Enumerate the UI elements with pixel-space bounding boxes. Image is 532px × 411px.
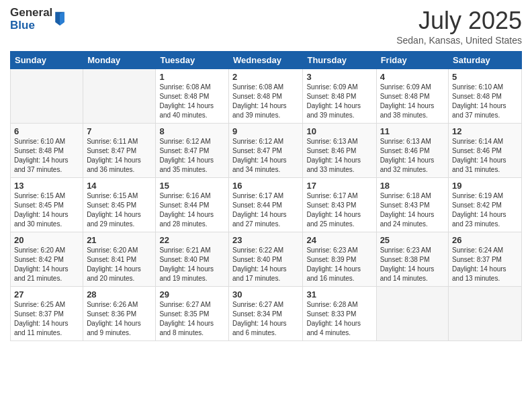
calendar-cell: 22Sunrise: 6:21 AM Sunset: 8:40 PM Dayli… <box>156 232 229 287</box>
day-info: Sunrise: 6:09 AM Sunset: 8:48 PM Dayligh… <box>380 83 445 120</box>
day-number: 14 <box>87 181 152 191</box>
day-number: 7 <box>87 126 152 136</box>
calendar-cell: 24Sunrise: 6:23 AM Sunset: 8:39 PM Dayli… <box>303 232 376 287</box>
day-info: Sunrise: 6:20 AM Sunset: 8:42 PM Dayligh… <box>14 246 79 283</box>
day-info: Sunrise: 6:27 AM Sunset: 8:35 PM Dayligh… <box>159 300 225 338</box>
calendar-week-2: 6Sunrise: 6:10 AM Sunset: 8:48 PM Daylig… <box>11 124 522 178</box>
day-number: 26 <box>452 235 518 245</box>
day-info: Sunrise: 6:11 AM Sunset: 8:47 PM Dayligh… <box>87 137 152 175</box>
day-info: Sunrise: 6:18 AM Sunset: 8:43 PM Dayligh… <box>380 191 445 229</box>
day-number: 16 <box>232 181 299 191</box>
day-number: 24 <box>306 235 372 245</box>
day-info: Sunrise: 6:20 AM Sunset: 8:41 PM Dayligh… <box>87 246 152 283</box>
calendar-cell <box>449 287 522 341</box>
calendar-week-1: 1Sunrise: 6:08 AM Sunset: 8:48 PM Daylig… <box>11 69 522 124</box>
calendar-cell: 28Sunrise: 6:26 AM Sunset: 8:36 PM Dayli… <box>83 287 156 341</box>
day-info: Sunrise: 6:24 AM Sunset: 8:37 PM Dayligh… <box>452 246 518 283</box>
day-info: Sunrise: 6:22 AM Sunset: 8:40 PM Dayligh… <box>232 246 299 283</box>
day-info: Sunrise: 6:13 AM Sunset: 8:46 PM Dayligh… <box>306 137 372 175</box>
calendar-cell: 29Sunrise: 6:27 AM Sunset: 8:35 PM Dayli… <box>156 287 229 341</box>
day-number: 17 <box>306 181 372 191</box>
calendar-cell: 5Sunrise: 6:10 AM Sunset: 8:48 PM Daylig… <box>449 69 522 124</box>
calendar-cell: 1Sunrise: 6:08 AM Sunset: 8:48 PM Daylig… <box>156 69 229 124</box>
header-monday: Monday <box>83 52 156 69</box>
day-info: Sunrise: 6:17 AM Sunset: 8:43 PM Dayligh… <box>306 191 372 229</box>
day-info: Sunrise: 6:16 AM Sunset: 8:44 PM Dayligh… <box>159 191 225 229</box>
calendar-cell: 7Sunrise: 6:11 AM Sunset: 8:47 PM Daylig… <box>83 124 156 178</box>
day-number: 9 <box>232 126 299 136</box>
location: Sedan, Kansas, United States <box>396 35 522 46</box>
calendar-cell: 20Sunrise: 6:20 AM Sunset: 8:42 PM Dayli… <box>11 232 83 287</box>
day-number: 23 <box>232 235 299 245</box>
calendar-cell: 4Sunrise: 6:09 AM Sunset: 8:48 PM Daylig… <box>376 69 448 124</box>
day-info: Sunrise: 6:25 AM Sunset: 8:37 PM Dayligh… <box>14 300 79 338</box>
day-info: Sunrise: 6:10 AM Sunset: 8:48 PM Dayligh… <box>452 83 518 120</box>
day-info: Sunrise: 6:14 AM Sunset: 8:46 PM Dayligh… <box>452 137 518 175</box>
calendar-week-4: 20Sunrise: 6:20 AM Sunset: 8:42 PM Dayli… <box>11 232 522 287</box>
calendar-cell: 10Sunrise: 6:13 AM Sunset: 8:46 PM Dayli… <box>303 124 376 178</box>
header-tuesday: Tuesday <box>156 52 229 69</box>
weekday-header-row: Sunday Monday Tuesday Wednesday Thursday… <box>11 52 522 69</box>
day-number: 19 <box>452 181 518 191</box>
header: General Blue July 2025 Sedan, Kansas, Un… <box>10 7 522 46</box>
day-number: 18 <box>380 181 445 191</box>
day-info: Sunrise: 6:09 AM Sunset: 8:48 PM Dayligh… <box>306 83 372 120</box>
day-info: Sunrise: 6:23 AM Sunset: 8:38 PM Dayligh… <box>380 246 445 283</box>
day-info: Sunrise: 6:10 AM Sunset: 8:48 PM Dayligh… <box>14 137 79 175</box>
logo-icon <box>54 11 66 26</box>
day-info: Sunrise: 6:15 AM Sunset: 8:45 PM Dayligh… <box>14 191 79 229</box>
logo-blue: Blue <box>10 19 52 32</box>
calendar-cell <box>83 69 156 124</box>
day-info: Sunrise: 6:23 AM Sunset: 8:39 PM Dayligh… <box>306 246 372 283</box>
day-number: 28 <box>87 289 152 300</box>
day-number: 22 <box>159 235 225 245</box>
day-info: Sunrise: 6:27 AM Sunset: 8:34 PM Dayligh… <box>232 300 299 338</box>
calendar-week-5: 27Sunrise: 6:25 AM Sunset: 8:37 PM Dayli… <box>11 287 522 341</box>
calendar-cell: 26Sunrise: 6:24 AM Sunset: 8:37 PM Dayli… <box>449 232 522 287</box>
month-title: July 2025 <box>396 7 522 35</box>
day-number: 25 <box>380 235 445 245</box>
header-wednesday: Wednesday <box>229 52 303 69</box>
day-info: Sunrise: 6:12 AM Sunset: 8:47 PM Dayligh… <box>232 137 299 175</box>
calendar-cell: 6Sunrise: 6:10 AM Sunset: 8:48 PM Daylig… <box>11 124 83 178</box>
header-saturday: Saturday <box>449 52 522 69</box>
calendar-cell: 9Sunrise: 6:12 AM Sunset: 8:47 PM Daylig… <box>229 124 303 178</box>
header-thursday: Thursday <box>303 52 376 69</box>
day-number: 6 <box>14 126 79 136</box>
calendar-cell: 17Sunrise: 6:17 AM Sunset: 8:43 PM Dayli… <box>303 178 376 232</box>
calendar-cell: 19Sunrise: 6:19 AM Sunset: 8:42 PM Dayli… <box>449 178 522 232</box>
calendar-cell: 11Sunrise: 6:13 AM Sunset: 8:46 PM Dayli… <box>376 124 448 178</box>
calendar-cell: 8Sunrise: 6:12 AM Sunset: 8:47 PM Daylig… <box>156 124 229 178</box>
calendar-week-3: 13Sunrise: 6:15 AM Sunset: 8:45 PM Dayli… <box>11 178 522 232</box>
calendar-cell: 31Sunrise: 6:28 AM Sunset: 8:33 PM Dayli… <box>303 287 376 341</box>
day-number: 5 <box>452 72 518 82</box>
day-info: Sunrise: 6:28 AM Sunset: 8:33 PM Dayligh… <box>306 300 372 338</box>
calendar-cell: 27Sunrise: 6:25 AM Sunset: 8:37 PM Dayli… <box>11 287 83 341</box>
day-number: 4 <box>380 72 445 82</box>
logo-general: General <box>10 7 52 19</box>
day-info: Sunrise: 6:21 AM Sunset: 8:40 PM Dayligh… <box>159 246 225 283</box>
calendar-cell: 2Sunrise: 6:08 AM Sunset: 8:48 PM Daylig… <box>229 69 303 124</box>
calendar-cell: 23Sunrise: 6:22 AM Sunset: 8:40 PM Dayli… <box>229 232 303 287</box>
calendar-cell: 18Sunrise: 6:18 AM Sunset: 8:43 PM Dayli… <box>376 178 448 232</box>
calendar-cell: 14Sunrise: 6:15 AM Sunset: 8:45 PM Dayli… <box>83 178 156 232</box>
day-number: 12 <box>452 126 518 136</box>
day-info: Sunrise: 6:08 AM Sunset: 8:48 PM Dayligh… <box>232 83 299 120</box>
header-sunday: Sunday <box>11 52 83 69</box>
day-info: Sunrise: 6:15 AM Sunset: 8:45 PM Dayligh… <box>87 191 152 229</box>
page: General Blue July 2025 Sedan, Kansas, Un… <box>0 0 532 411</box>
day-info: Sunrise: 6:12 AM Sunset: 8:47 PM Dayligh… <box>159 137 225 175</box>
calendar-cell: 25Sunrise: 6:23 AM Sunset: 8:38 PM Dayli… <box>376 232 448 287</box>
day-number: 1 <box>159 72 225 82</box>
calendar-cell: 12Sunrise: 6:14 AM Sunset: 8:46 PM Dayli… <box>449 124 522 178</box>
day-number: 8 <box>159 126 225 136</box>
day-number: 11 <box>380 126 445 136</box>
day-info: Sunrise: 6:13 AM Sunset: 8:46 PM Dayligh… <box>380 137 445 175</box>
day-info: Sunrise: 6:17 AM Sunset: 8:44 PM Dayligh… <box>232 191 299 229</box>
day-number: 27 <box>14 289 79 300</box>
calendar: Sunday Monday Tuesday Wednesday Thursday… <box>10 51 522 341</box>
day-number: 3 <box>306 72 372 82</box>
day-number: 30 <box>232 289 299 300</box>
calendar-cell: 13Sunrise: 6:15 AM Sunset: 8:45 PM Dayli… <box>11 178 83 232</box>
calendar-cell: 3Sunrise: 6:09 AM Sunset: 8:48 PM Daylig… <box>303 69 376 124</box>
